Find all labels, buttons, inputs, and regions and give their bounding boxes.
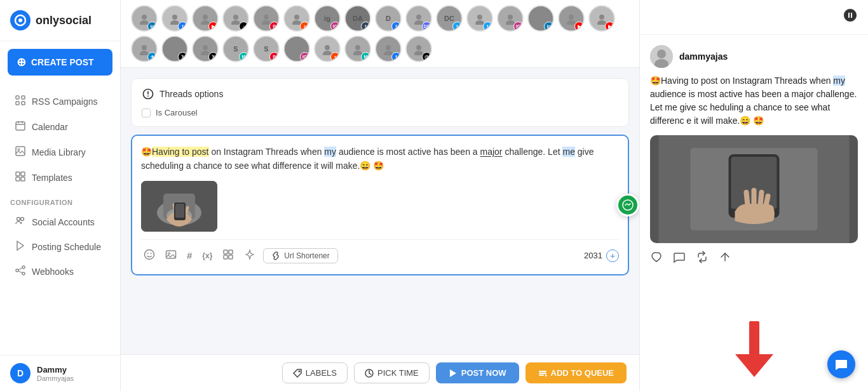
svg-point-74: [623, 200, 633, 210]
clock-icon: [365, 369, 374, 378]
chat-icon: [834, 357, 848, 371]
account-avatar-8[interactable]: D f: [375, 5, 402, 32]
account-avatar-25[interactable]: @: [405, 36, 432, 62]
main-content: in f ▶ ♪ P r ig IG DA t: [121, 0, 639, 391]
preview-threads-icon: [843, 8, 858, 27]
account-avatar-23[interactable]: M: [344, 36, 371, 62]
preview-image-svg: [650, 135, 858, 243]
plus-icon: ⊕: [17, 55, 26, 69]
post-text[interactable]: 🤩Having to post on Instagram Threads whe…: [141, 145, 619, 173]
hand-svg: [141, 181, 217, 232]
grammarly-button[interactable]: [616, 194, 639, 216]
svg-point-16: [17, 218, 20, 221]
sidebar-item-social-accounts[interactable]: Social Accounts: [5, 210, 115, 234]
sidebar-item-schedule-label: Posting Schedule: [32, 242, 101, 252]
sidebar-item-templates-label: Templates: [32, 173, 72, 183]
sidebar-item-webhooks[interactable]: Webhooks: [5, 260, 115, 283]
account-avatar-16[interactable]: ✈: [131, 36, 158, 62]
svg-marker-104: [735, 354, 773, 377]
account-avatar-15[interactable]: ▶: [588, 5, 615, 32]
svg-rect-89: [539, 374, 544, 376]
account-avatar-10[interactable]: DC t: [436, 5, 463, 32]
preview-image-container: [650, 135, 858, 243]
red-arrow: [640, 308, 868, 391]
sidebar-item-posting-schedule[interactable]: Posting Schedule: [5, 235, 115, 258]
chat-button[interactable]: [827, 350, 855, 378]
svg-point-58: [355, 45, 360, 50]
account-avatar-2[interactable]: ▶: [192, 5, 219, 32]
account-avatar-6[interactable]: ig IG: [314, 5, 341, 32]
preview-like-button[interactable]: [650, 251, 663, 267]
sidebar-item-rss[interactable]: RSS Campaigns: [5, 89, 115, 114]
hashtag-button[interactable]: #: [184, 248, 194, 263]
nav-section: RSS Campaigns Calendar Media Library Tem…: [0, 83, 120, 355]
preview-share-button[interactable]: [719, 251, 731, 267]
account-avatar-17[interactable]: 𝕏: [161, 36, 188, 62]
svg-point-76: [147, 253, 149, 254]
account-avatar-11[interactable]: t: [466, 5, 493, 32]
svg-point-50: [172, 45, 177, 50]
account-avatar-12[interactable]: IG: [497, 5, 524, 32]
carousel-checkbox-label[interactable]: Is Carousel: [142, 108, 618, 117]
account-avatar-0[interactable]: in: [131, 5, 158, 32]
svg-point-26: [172, 15, 177, 20]
emoji-button[interactable]: [141, 246, 158, 265]
add-to-queue-button[interactable]: ADD TO QUEUE: [526, 362, 627, 383]
variable-button[interactable]: {x}: [200, 249, 215, 263]
svg-line-100: [761, 192, 762, 205]
account-avatar-5[interactable]: r: [283, 5, 310, 32]
account-avatar-9[interactable]: DC: [405, 5, 432, 32]
svg-point-42: [538, 15, 543, 20]
preview-repost-button[interactable]: [696, 251, 709, 267]
svg-point-75: [145, 249, 154, 259]
svg-point-44: [569, 15, 574, 20]
carousel-checkbox-box[interactable]: [142, 109, 151, 117]
image-button[interactable]: [163, 246, 179, 265]
svg-point-62: [416, 45, 421, 50]
account-avatar-1[interactable]: f: [161, 5, 188, 32]
svg-point-54: [294, 45, 299, 50]
sidebar-item-calendar[interactable]: Calendar: [5, 115, 115, 139]
labels-button[interactable]: LABELS: [282, 362, 348, 383]
sidebar-item-media[interactable]: Media Library: [5, 140, 115, 164]
threads-options-card: Threads options Is Carousel: [131, 78, 629, 127]
account-avatar-21[interactable]: IG: [283, 36, 310, 62]
post-now-button[interactable]: POST NOW: [436, 362, 519, 383]
grammarly-icon: [622, 199, 634, 211]
logo-icon: [10, 10, 31, 30]
account-avatar-14[interactable]: ▶: [558, 5, 585, 32]
account-avatar-3[interactable]: ♪: [222, 5, 249, 32]
sidebar-item-calendar-label: Calendar: [32, 122, 68, 132]
preview-username: dammyajas: [679, 51, 728, 62]
account-avatar-19[interactable]: S M: [222, 36, 249, 62]
account-avatar-24[interactable]: f: [375, 36, 402, 62]
bottom-bar: LABELS PICK TIME POST NOW ADD TO QUEUE: [121, 354, 639, 391]
editor-area: Threads options Is Carousel 🤩Having to p…: [121, 68, 639, 354]
account-avatar-7[interactable]: DA t: [344, 5, 371, 32]
pick-time-button[interactable]: PICK TIME: [354, 362, 430, 383]
post-image-container: [141, 181, 619, 232]
sidebar-item-social-accounts-label: Social Accounts: [32, 217, 95, 227]
svg-point-11: [18, 149, 20, 150]
red-arrow-svg: [735, 321, 773, 378]
account-avatar-18[interactable]: 𝕏: [192, 36, 219, 62]
sparkle-button[interactable]: [241, 246, 258, 265]
account-avatar-22[interactable]: r: [314, 36, 341, 62]
svg-point-21: [22, 272, 25, 275]
char-add-button[interactable]: +: [606, 249, 619, 262]
user-name: Dammy: [37, 365, 74, 374]
preview-comment-button[interactable]: [673, 251, 686, 267]
highlight-my: my: [324, 147, 336, 157]
grid-button[interactable]: [220, 246, 236, 265]
svg-point-92: [657, 50, 666, 58]
account-avatar-20[interactable]: S P: [253, 36, 280, 62]
account-avatar-13[interactable]: in: [527, 5, 554, 32]
text-editor-card: 🤩Having to post on Instagram Threads whe…: [131, 135, 629, 275]
create-post-button[interactable]: ⊕ CREATE POST: [8, 49, 112, 76]
svg-point-28: [203, 15, 208, 20]
preview-user: dammyajas: [650, 45, 858, 68]
preview-actions: [650, 251, 858, 267]
sidebar-item-templates[interactable]: Templates: [5, 166, 115, 190]
account-avatar-4[interactable]: P: [253, 5, 280, 32]
url-shortener-button[interactable]: Url Shortener: [263, 248, 337, 263]
